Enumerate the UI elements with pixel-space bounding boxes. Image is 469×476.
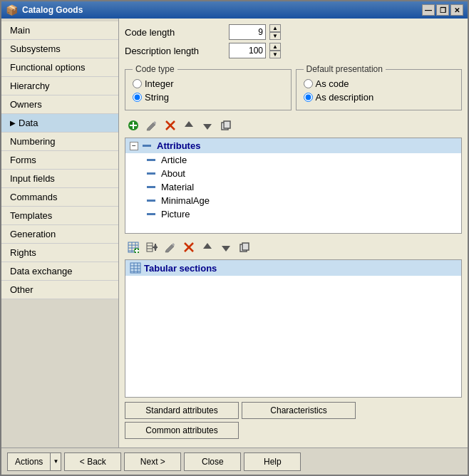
radio-integer-input[interactable]: [133, 79, 142, 88]
description-length-label: Description length: [125, 46, 225, 56]
add-column-button[interactable]: [143, 239, 160, 256]
move-up-attribute-button[interactable]: [180, 117, 197, 134]
sidebar-item-numbering[interactable]: Numbering: [1, 133, 118, 151]
radio-as-description-label: As description: [316, 92, 374, 103]
radio-as-description[interactable]: As description: [304, 92, 455, 103]
edit-table-button[interactable]: [162, 239, 179, 256]
tree-row-material[interactable]: Material: [125, 180, 461, 194]
table-grid-icon: [130, 262, 141, 274]
sidebar-item-rights[interactable]: Rights: [1, 244, 118, 262]
move-down-attribute-button[interactable]: [199, 117, 216, 134]
add-column-icon: [146, 242, 158, 253]
radio-string[interactable]: String: [133, 92, 284, 103]
tree-row-minimal-age[interactable]: MinimalAge: [125, 194, 461, 207]
edit-icon: [146, 120, 158, 131]
add-table-icon: [128, 242, 139, 253]
sidebar-item-data-exchange[interactable]: Data exchange: [1, 262, 118, 281]
move-down-icon: [202, 120, 213, 131]
svg-rect-17: [135, 250, 139, 252]
window-controls: — ❐ ✕: [422, 4, 463, 16]
actions-main-button[interactable]: Actions: [7, 452, 50, 471]
default-presentation-legend: Default presentation: [304, 64, 386, 74]
right-panel: Code length ▲ ▼ Description length ▲ ▼: [119, 19, 468, 447]
move-up-icon: [183, 120, 195, 131]
svg-marker-6: [203, 124, 212, 130]
description-length-spinner: ▲ ▼: [269, 43, 281, 58]
actions-dropdown-button[interactable]: ▼: [50, 452, 61, 471]
code-length-up-button[interactable]: ▲: [269, 24, 281, 32]
copy-table-icon: [239, 242, 250, 253]
next-button[interactable]: Next >: [124, 452, 181, 471]
add-attribute-button[interactable]: [125, 117, 142, 134]
material-line-icon: [147, 186, 155, 188]
move-down-table-button[interactable]: [217, 239, 234, 256]
sidebar-item-data[interactable]: ▶ Data: [1, 114, 118, 133]
svg-rect-23: [153, 247, 158, 248]
radio-as-code-input[interactable]: [304, 79, 313, 88]
close-button[interactable]: ✕: [450, 4, 463, 16]
svg-marker-26: [203, 243, 212, 249]
delete-table-button[interactable]: [180, 239, 197, 256]
tree-row-about[interactable]: About: [125, 167, 461, 180]
tabular-sections-header[interactable]: Tabular sections: [125, 260, 461, 276]
radio-as-description-input[interactable]: [304, 93, 313, 102]
window-title: Catalog Goods: [22, 5, 422, 15]
radio-as-code-label: As code: [316, 78, 349, 89]
sidebar: Main Subsystems Functional options Hiera…: [1, 19, 119, 447]
code-length-input[interactable]: [229, 24, 266, 40]
tree-row-article[interactable]: Article: [125, 153, 461, 167]
description-length-down-button[interactable]: ▼: [269, 51, 281, 58]
description-length-up-button[interactable]: ▲: [269, 43, 281, 51]
sidebar-item-owners[interactable]: Owners: [1, 95, 118, 114]
sidebar-item-functional-options[interactable]: Functional options: [1, 58, 118, 77]
tree-row-picture[interactable]: Picture: [125, 207, 461, 221]
code-length-label: Code length: [125, 27, 225, 38]
sidebar-item-generation[interactable]: Generation: [1, 225, 118, 244]
code-type-legend: Code type: [133, 64, 177, 74]
description-length-row: Description length ▲ ▼: [125, 43, 462, 58]
attributes-tree-header[interactable]: − Attributes: [125, 138, 461, 153]
minimize-button[interactable]: —: [422, 4, 435, 16]
radio-as-code[interactable]: As code: [304, 78, 455, 89]
move-down-table-icon: [220, 242, 232, 253]
top-fields: Code length ▲ ▼ Description length ▲ ▼: [125, 24, 462, 58]
move-up-table-button[interactable]: [199, 239, 216, 256]
back-button[interactable]: < Back: [64, 452, 121, 471]
add-icon: [128, 120, 139, 131]
sidebar-item-commands[interactable]: Commands: [1, 188, 118, 207]
code-length-spinner: ▲ ▼: [269, 24, 281, 40]
collapse-icon[interactable]: −: [130, 142, 138, 150]
attributes-tree-panel: − Attributes Article About Material: [125, 138, 462, 234]
actions-button-group: Actions ▼: [7, 452, 61, 471]
common-attributes-button[interactable]: Common attributes: [125, 422, 239, 439]
help-button[interactable]: Help: [244, 452, 301, 471]
radio-integer-label: Integer: [145, 78, 173, 89]
tree-item-article: Article: [161, 155, 187, 165]
radio-integer[interactable]: Integer: [133, 78, 284, 89]
copy-table-button[interactable]: [236, 239, 253, 256]
code-length-down-button[interactable]: ▼: [269, 32, 281, 40]
sidebar-item-input-fields[interactable]: Input fields: [1, 170, 118, 188]
delete-attribute-button[interactable]: [162, 117, 179, 134]
tree-item-picture: Picture: [161, 209, 190, 219]
sidebar-item-other[interactable]: Other: [1, 281, 118, 299]
tabular-sections-label: Tabular sections: [144, 263, 217, 274]
picture-line-icon: [147, 213, 155, 215]
close-button[interactable]: Close: [184, 452, 241, 471]
sidebar-item-hierarchy[interactable]: Hierarchy: [1, 77, 118, 95]
sidebar-item-templates[interactable]: Templates: [1, 207, 118, 225]
standard-attributes-button[interactable]: Standard attributes: [125, 402, 239, 419]
sidebar-item-subsystems[interactable]: Subsystems: [1, 40, 118, 58]
svg-rect-18: [147, 243, 153, 252]
characteristics-button[interactable]: Characteristics: [242, 402, 356, 419]
sidebar-item-forms[interactable]: Forms: [1, 151, 118, 170]
attributes-color-bar: [143, 145, 151, 147]
add-table-button[interactable]: [125, 239, 142, 256]
sidebar-item-main[interactable]: Main: [1, 21, 118, 40]
description-length-input[interactable]: [229, 43, 266, 58]
radio-string-input[interactable]: [133, 93, 142, 102]
move-up-table-icon: [202, 242, 213, 253]
restore-button[interactable]: ❐: [436, 4, 449, 16]
edit-attribute-button[interactable]: [143, 117, 160, 134]
copy-attribute-button[interactable]: [217, 117, 234, 134]
